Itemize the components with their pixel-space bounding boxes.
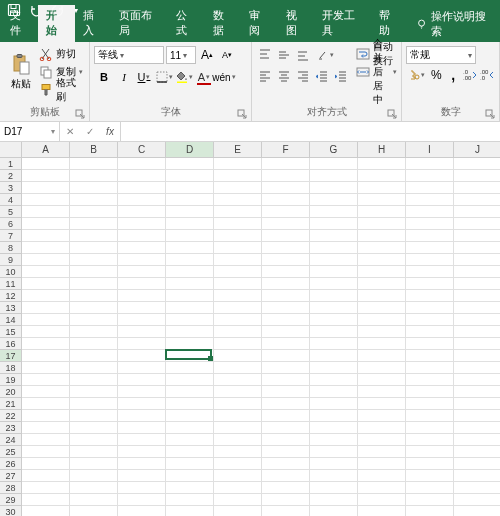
cell[interactable] [118, 230, 166, 242]
cell[interactable] [22, 182, 70, 194]
cell[interactable] [262, 446, 310, 458]
cell[interactable] [22, 422, 70, 434]
cell[interactable] [406, 470, 454, 482]
cell[interactable] [454, 338, 500, 350]
cell[interactable] [214, 446, 262, 458]
cell[interactable] [166, 398, 214, 410]
phonetic-button[interactable]: wén▾ [214, 68, 234, 86]
cell[interactable] [22, 494, 70, 506]
cell[interactable] [166, 446, 214, 458]
cell[interactable] [262, 470, 310, 482]
cell[interactable] [262, 458, 310, 470]
cell[interactable] [358, 362, 406, 374]
cell[interactable] [406, 434, 454, 446]
cell[interactable] [118, 386, 166, 398]
tab-developer[interactable]: 开发工具 [314, 5, 371, 42]
cell[interactable] [454, 434, 500, 446]
cell[interactable] [118, 158, 166, 170]
cell[interactable] [454, 386, 500, 398]
cell[interactable] [454, 374, 500, 386]
cell[interactable] [262, 494, 310, 506]
cell[interactable] [310, 182, 358, 194]
cell[interactable] [214, 470, 262, 482]
cell[interactable] [118, 458, 166, 470]
cell[interactable] [166, 218, 214, 230]
cell[interactable] [166, 206, 214, 218]
cell[interactable] [454, 446, 500, 458]
row-header[interactable]: 13 [0, 302, 22, 314]
cell[interactable] [166, 386, 214, 398]
decrease-decimal-button[interactable]: .00.0 [479, 66, 495, 84]
cell[interactable] [310, 446, 358, 458]
cell[interactable] [214, 158, 262, 170]
cell[interactable] [118, 470, 166, 482]
cell[interactable] [166, 458, 214, 470]
cell[interactable] [214, 242, 262, 254]
cell[interactable] [406, 326, 454, 338]
cell[interactable] [310, 290, 358, 302]
column-header[interactable]: D [166, 142, 214, 158]
cell[interactable] [70, 506, 118, 516]
row-header[interactable]: 30 [0, 506, 22, 516]
cell[interactable] [70, 410, 118, 422]
cell[interactable] [70, 398, 118, 410]
cell[interactable] [454, 410, 500, 422]
cell[interactable] [454, 494, 500, 506]
cell[interactable] [358, 386, 406, 398]
cell[interactable] [406, 254, 454, 266]
cell[interactable] [22, 266, 70, 278]
cell[interactable] [358, 494, 406, 506]
cell[interactable] [166, 350, 214, 362]
row-header[interactable]: 12 [0, 290, 22, 302]
cell[interactable] [166, 254, 214, 266]
cell[interactable] [358, 470, 406, 482]
cell[interactable] [166, 158, 214, 170]
cell[interactable] [70, 422, 118, 434]
cell[interactable] [118, 374, 166, 386]
cell[interactable] [22, 218, 70, 230]
comma-button[interactable]: , [445, 66, 461, 84]
cell[interactable] [70, 266, 118, 278]
number-launcher-icon[interactable] [485, 109, 495, 119]
cell[interactable] [454, 398, 500, 410]
cell[interactable] [310, 410, 358, 422]
cell[interactable] [310, 458, 358, 470]
font-color-button[interactable]: A▾ [194, 68, 214, 86]
cell[interactable] [262, 170, 310, 182]
cell[interactable] [358, 410, 406, 422]
cell[interactable] [70, 278, 118, 290]
cell[interactable] [214, 194, 262, 206]
cell[interactable] [262, 374, 310, 386]
cell[interactable] [22, 482, 70, 494]
cell[interactable] [70, 458, 118, 470]
column-header[interactable]: J [454, 142, 500, 158]
cell[interactable] [214, 338, 262, 350]
cell[interactable] [310, 338, 358, 350]
cell[interactable] [406, 290, 454, 302]
align-right-button[interactable] [294, 67, 312, 85]
currency-button[interactable]: ▾ [406, 66, 427, 84]
cell[interactable] [118, 278, 166, 290]
increase-indent-button[interactable] [332, 67, 350, 85]
cell[interactable] [310, 434, 358, 446]
cell[interactable] [166, 434, 214, 446]
cell[interactable] [310, 170, 358, 182]
row-header[interactable]: 14 [0, 314, 22, 326]
italic-button[interactable]: I [114, 68, 134, 86]
cell[interactable] [22, 254, 70, 266]
cell[interactable] [262, 278, 310, 290]
cell[interactable] [406, 194, 454, 206]
row-header[interactable]: 4 [0, 194, 22, 206]
cell[interactable] [262, 158, 310, 170]
cell[interactable] [358, 290, 406, 302]
cell[interactable] [454, 422, 500, 434]
cell[interactable] [454, 218, 500, 230]
cell[interactable] [166, 170, 214, 182]
tab-data[interactable]: 数据 [205, 5, 241, 42]
cell[interactable] [406, 374, 454, 386]
cell[interactable] [454, 482, 500, 494]
underline-button[interactable]: U▾ [134, 68, 154, 86]
cell[interactable] [70, 230, 118, 242]
cell[interactable] [214, 170, 262, 182]
cell[interactable] [406, 170, 454, 182]
